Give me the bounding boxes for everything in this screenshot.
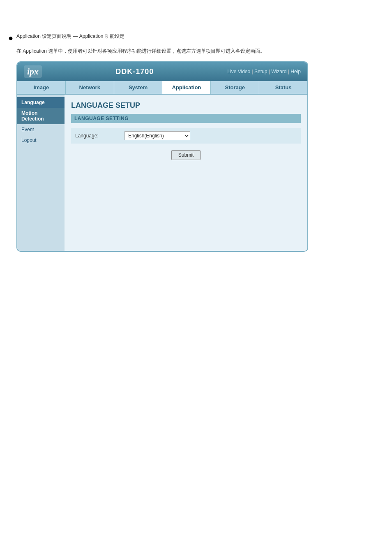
panel-logo: ipx (24, 65, 42, 78)
tab-status[interactable]: Status (259, 81, 307, 94)
nav-setup[interactable]: Setup (254, 69, 267, 74)
nav-divider-2: | (269, 69, 270, 74)
bullet-point: ● (8, 33, 13, 43)
tab-system[interactable]: System (114, 81, 163, 94)
tab-image[interactable]: Image (17, 81, 66, 94)
nav-divider-3: | (288, 69, 289, 74)
panel-header: ipx DDK-1700 Live Video | Setup | Wizard… (17, 62, 307, 81)
camera-panel: ipx DDK-1700 Live Video | Setup | Wizard… (16, 61, 308, 252)
sidebar-item-motion-detection[interactable]: Motion Detection (17, 108, 65, 124)
language-form-row: Language: English(English) Chinese(Tradi… (71, 128, 301, 144)
language-select[interactable]: English(English) Chinese(Traditional) Ch… (125, 131, 190, 140)
tab-network[interactable]: Network (66, 81, 114, 94)
sidebar-item-language[interactable]: Language (17, 97, 65, 108)
submit-button[interactable]: Submit (171, 150, 201, 160)
panel-main: LANGUAGE SETUP LANGUAGE SETTING Language… (65, 95, 307, 251)
sidebar-item-logout[interactable]: Logout (17, 135, 65, 146)
tab-application[interactable]: Application (162, 81, 211, 94)
description-text: 在 Application 选单中，使用者可以针对各项应用程序功能进行详细设置，… (8, 48, 384, 55)
nav-divider-1: | (252, 69, 253, 74)
sidebar-item-event[interactable]: Event (17, 124, 65, 135)
subsection-bar: LANGUAGE SETTING (71, 114, 301, 123)
nav-wizard[interactable]: Wizard (271, 69, 286, 74)
panel-tabs: Image Network System Application Storage… (17, 81, 307, 95)
section-title: LANGUAGE SETUP (71, 101, 301, 110)
panel-content: Language Motion Detection Event Logout L… (17, 95, 307, 251)
bullet-text: Application 设定页面说明 — Application 功能设定 (16, 33, 125, 41)
language-label: Language: (75, 133, 125, 139)
submit-row: Submit (71, 150, 301, 160)
panel-title: DDK-1700 (115, 67, 154, 76)
tab-storage[interactable]: Storage (211, 81, 259, 94)
nav-live-video[interactable]: Live Video (227, 69, 250, 74)
panel-sidebar: Language Motion Detection Event Logout (17, 95, 65, 251)
nav-help[interactable]: Help (291, 69, 301, 74)
panel-nav-links: Live Video | Setup | Wizard | Help (227, 69, 301, 74)
